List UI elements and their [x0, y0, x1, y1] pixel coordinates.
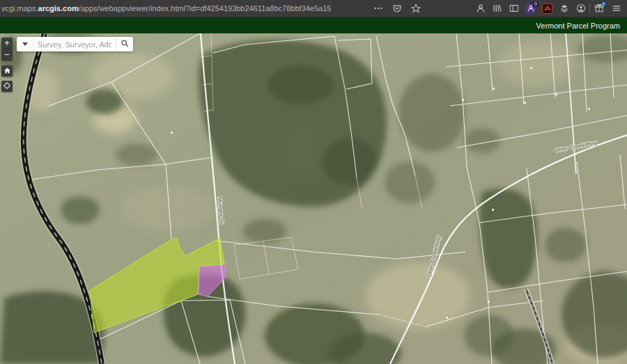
locate-icon [3, 81, 11, 92]
library-icon[interactable] [492, 3, 502, 14]
map-container: Munger St Otter Creek Hwy Otter Creek Hw… [0, 33, 627, 364]
person-icon[interactable] [475, 3, 486, 14]
bookmark-star-icon[interactable] [410, 3, 421, 14]
adobe-pdf-icon[interactable] [542, 3, 552, 14]
extension-icons: 0 [475, 3, 586, 14]
toolbar-divider [589, 3, 590, 14]
page-actions [373, 3, 421, 14]
url-text[interactable]: vcgi.maps.arcgis.com/apps/webappviewer/i… [1, 4, 331, 13]
zoom-control: + − [1, 38, 13, 61]
app-header: Vermont Parcel Program [0, 17, 627, 33]
extension-badge: 0 [533, 1, 539, 7]
account-icon[interactable] [575, 3, 586, 14]
menu-icons [594, 3, 621, 14]
home-button[interactable] [1, 65, 13, 77]
pocket-icon[interactable] [392, 3, 402, 14]
app-title: Vermont Parcel Program [536, 22, 620, 30]
zoom-out-button[interactable]: − [1, 49, 13, 61]
zoom-in-button[interactable]: + [1, 38, 13, 49]
url-domain: arcgis.com [38, 4, 79, 13]
map-canvas[interactable]: Munger St Otter Creek Hwy Otter Creek Hw… [0, 33, 627, 364]
more-options-icon[interactable] [373, 3, 383, 14]
search-magnifier-icon [121, 38, 130, 51]
sidebar-icon[interactable] [509, 3, 519, 14]
layers-icon[interactable] [559, 3, 569, 14]
url-path: /apps/webappviewer/index.html?id=df42541… [79, 4, 332, 13]
dropdown-caret-icon [22, 42, 28, 46]
url-prefix: vcgi.maps. [1, 4, 38, 13]
url-bar[interactable]: vcgi.maps.arcgis.com/apps/webappviewer/i… [1, 3, 475, 14]
profile-badge-icon[interactable]: 0 [525, 3, 536, 14]
search-widget [17, 37, 133, 52]
hamburger-menu-icon[interactable] [611, 3, 621, 14]
search-source-dropdown[interactable] [17, 37, 33, 52]
search-button[interactable] [116, 37, 133, 52]
home-icon [3, 66, 11, 77]
search-input[interactable] [33, 37, 116, 52]
notification-dot [602, 2, 605, 6]
browser-toolbar: vcgi.maps.arcgis.com/apps/webappviewer/i… [0, 0, 627, 17]
locate-button[interactable] [1, 81, 13, 92]
whats-new-gift-icon[interactable] [594, 3, 604, 14]
